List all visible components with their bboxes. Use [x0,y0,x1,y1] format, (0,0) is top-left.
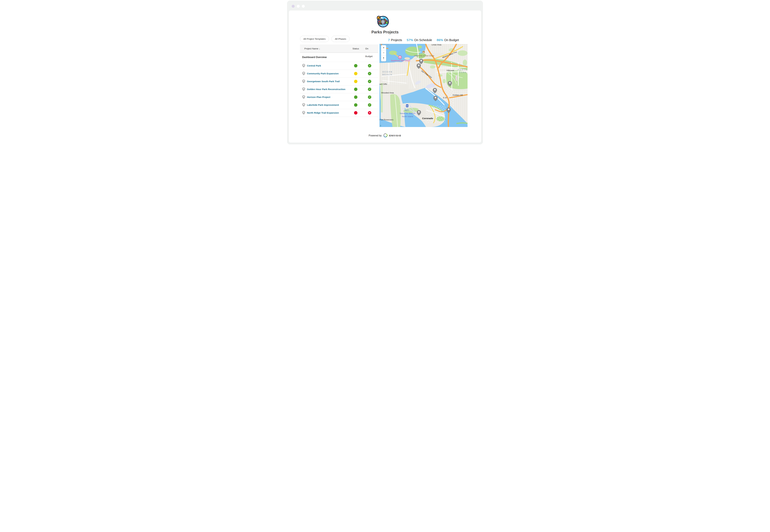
location-pin-icon [302,79,305,84]
column-project-name[interactable]: Project Name ↓ [304,45,320,52]
map-label: Hillcrest [447,69,454,72]
map-zoom-control: + − ▲ ▼ [381,45,386,61]
project-link[interactable]: Central Park [307,64,321,67]
map-label: University of San Diego [414,55,434,57]
filter-bar: All Project Templates All Phases [300,36,349,42]
on-budget-check-icon: ✓ [368,80,371,83]
svg-text:✈: ✈ [406,105,408,107]
status-indicator [354,88,357,91]
tilt-down-icon: ▼ [381,59,386,60]
stat-on-budget-label: On Budget [444,38,459,42]
project-link[interactable]: Horizon Plan Project [307,96,330,99]
tilt-control-button[interactable]: ▲ ▼ [381,55,386,61]
project-link[interactable]: Community Park Expansion [307,72,338,75]
projects-table: Project Name ↓ Status On Budget Dashboar… [300,45,378,117]
map-label: SeaWorld San Diego [391,59,410,62]
map-canvas[interactable]: ✈ BEACHLinda VistaUniversity of San Dieg… [379,44,468,127]
table-body: Central Park✓Community Park Expansion✓Ge… [300,62,378,117]
column-status: Status [352,45,359,52]
on-budget-check-icon: ✓ [368,64,371,67]
map-label: set Cliffs [379,83,387,85]
section-title: Dashboard Overview [302,56,326,59]
dashboard-card: Parks Projects All Project Templates All… [289,10,481,143]
map-label: Coronado [422,117,433,120]
status-indicator [354,80,357,83]
zoom-in-button[interactable]: + [381,45,386,50]
footer: Powered by ENVISIO [289,133,481,138]
location-pin-icon [302,95,305,100]
map-label: Linda Vista [432,44,442,46]
table-row: Horizon Plan Project✓ [300,93,378,101]
on-budget-check-icon: ✓ [368,88,371,91]
powered-by-label: Powered by [369,134,382,137]
map-label: Golden Hill [453,94,463,96]
project-link[interactable]: Georgetown South Park Trail [307,80,340,83]
project-link[interactable]: Golden Hour Park Reconstruction [307,88,345,91]
table-row: LakeSide Park Improvement✓ [300,101,378,109]
zoom-out-button[interactable]: − [381,50,386,55]
window-controls [292,5,305,8]
status-indicator [354,103,357,107]
stat-projects: 7 Projects [388,38,402,42]
location-pin-icon [302,103,305,108]
stat-on-schedule-value: 57% [407,38,413,42]
table-row: Georgetown South Park Trail✓ [300,78,378,85]
stat-on-schedule: 57% On Schedule [407,38,432,42]
airport-icon: ✈ [406,104,409,107]
logo-sun-icon [377,15,381,20]
screen: Parks Projects All Project Templates All… [264,0,506,145]
map-label: Wooded Area [381,92,394,94]
status-indicator [354,95,357,99]
on-budget-check-icon: ✓ [368,103,371,107]
status-indicator [354,64,357,67]
window-control-dot[interactable] [302,5,305,8]
seaworld-icon [399,56,402,59]
map-label: NZY - [405,109,410,111]
map-label: North Island [402,115,413,118]
table-row: Community Park Expansion✓ [300,70,378,78]
stat-projects-label: Projects [391,38,402,42]
university-icon [423,51,425,53]
stat-on-schedule-label: On Schedule [414,38,432,42]
on-budget-check-icon: ✓ [368,72,371,75]
map-label: G St [443,97,447,99]
envisio-logo-icon [383,133,388,138]
location-pin-icon [302,71,305,76]
map-label: PARK [459,71,467,74]
map-label: BEACH [382,73,393,76]
location-pin-icon [302,64,305,68]
table-row: Central Park✓ [300,62,378,70]
map-label: OCEAN [382,71,393,73]
summary-stats: 7 Projects 57% On Schedule 86% On Budget [379,38,468,42]
window-control-dot[interactable] [297,5,300,8]
status-indicator [354,111,357,115]
project-link[interactable]: North Ridge Trail Expansion [307,111,339,114]
stat-projects-value: 7 [388,38,390,42]
table-row: Golden Hour Park Reconstruction✓ [300,85,378,93]
on-budget-check-icon: ✓ [368,95,371,99]
filter-phases[interactable]: All Phases [331,36,349,42]
filter-project-templates[interactable]: All Project Templates [300,36,329,42]
envisio-wordmark: ENVISIO [389,134,401,137]
stat-on-budget: 86% On Budget [437,38,459,42]
stat-on-budget-value: 86% [437,38,443,42]
map-label: Naval Air Station [400,112,415,115]
map-label: NORTH [458,69,468,71]
status-indicator [354,72,357,75]
location-pin-icon [302,87,305,92]
table-header: Project Name ↓ Status On Budget [300,45,378,53]
map-label: 3 [380,125,381,127]
window-control-dot[interactable] [292,5,294,8]
project-link[interactable]: LakeSide Park Improvement [307,104,339,106]
tilt-up-icon: ▲ [381,57,386,58]
location-pin-icon [302,111,305,115]
page-title: Parks Projects [289,30,481,34]
section-row: Dashboard Overview [300,53,378,62]
parks-app-logo [377,15,389,28]
map-label: Fort Rosecrans [380,119,394,121]
table-row: North Ridge Trail Expansion✕ [300,109,378,117]
on-budget-cross-icon: ✕ [368,111,371,115]
